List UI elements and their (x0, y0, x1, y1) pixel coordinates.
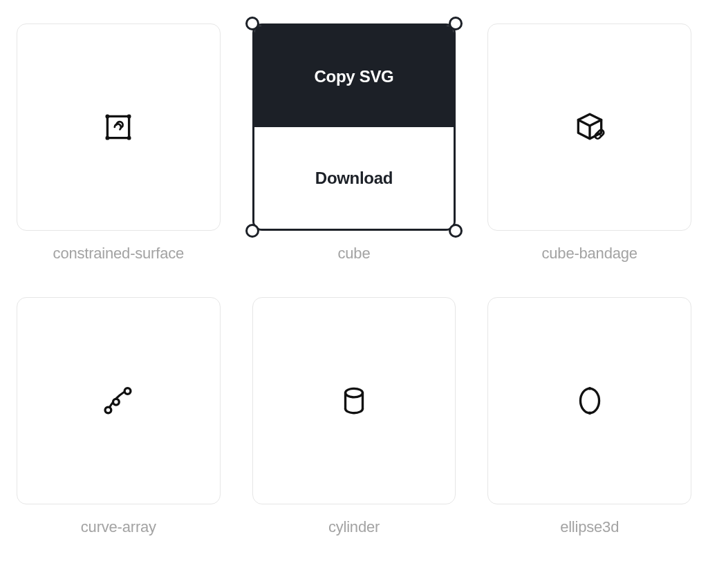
icon-card-cylinder[interactable] (252, 297, 456, 504)
svg-point-2 (127, 114, 131, 118)
icon-label: constrained-surface (17, 245, 221, 263)
icon-cell-curve-array: curve-array (17, 297, 221, 536)
icon-label: cylinder (252, 518, 456, 536)
selection-handle-tl[interactable] (245, 17, 259, 30)
cylinder-icon (337, 383, 371, 418)
svg-point-8 (113, 399, 120, 405)
constrained-surface-icon (101, 110, 136, 144)
svg-point-12 (588, 387, 591, 390)
icon-label: cube-bandage (487, 245, 691, 263)
cube-bandage-icon (572, 110, 607, 144)
curve-array-icon (101, 383, 136, 418)
icon-card-constrained-surface[interactable] (17, 23, 221, 231)
svg-point-1 (106, 114, 110, 118)
svg-point-13 (588, 411, 591, 415)
svg-point-4 (127, 136, 131, 140)
icon-card-ellipse3d[interactable] (487, 297, 691, 504)
icon-grid: constrained-surface Copy SVG Download cu… (17, 23, 691, 536)
svg-point-10 (345, 388, 362, 397)
selection-handle-bl[interactable] (245, 224, 259, 238)
icon-label: cube (252, 245, 456, 263)
icon-cell-cube: Copy SVG Download cube (252, 23, 456, 263)
icon-cell-ellipse3d: ellipse3d (487, 297, 691, 536)
icon-label: curve-array (17, 518, 221, 536)
icon-card-cube-bandage[interactable] (487, 23, 691, 231)
ellipse3d-icon (572, 383, 607, 418)
icon-cell-cylinder: cylinder (252, 297, 456, 536)
svg-rect-0 (108, 116, 129, 137)
icon-label: ellipse3d (487, 518, 691, 536)
svg-point-9 (124, 388, 131, 395)
selection-handle-tr[interactable] (449, 17, 463, 30)
icon-card-curve-array[interactable] (17, 297, 221, 504)
svg-point-11 (580, 388, 599, 412)
copy-svg-button[interactable]: Copy SVG (254, 26, 454, 127)
icon-cell-cube-bandage: cube-bandage (487, 23, 691, 263)
svg-point-3 (106, 136, 110, 140)
selection-handle-br[interactable] (449, 224, 463, 238)
download-button[interactable]: Download (254, 127, 454, 229)
icon-card-cube[interactable]: Copy SVG Download (252, 23, 456, 231)
svg-point-7 (105, 407, 111, 413)
icon-cell-constrained-surface: constrained-surface (17, 23, 221, 263)
